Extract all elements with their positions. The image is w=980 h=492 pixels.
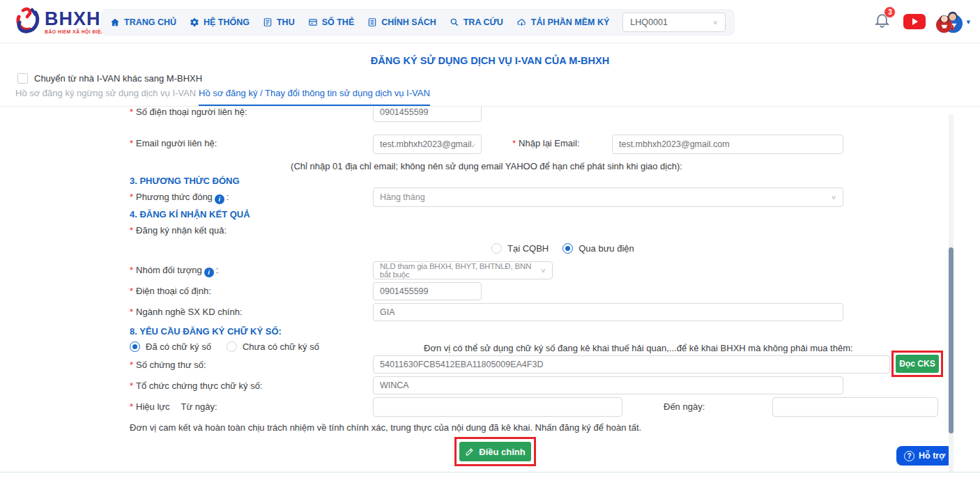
app-root: BHXH BẢO HIỂM XÃ HỘI ĐIỆN TỬ TRANG CHỦ H… xyxy=(0,0,980,492)
tab-ngung-su-dung[interactable]: Hồ sơ đăng ký ngừng sử dụng dịch vụ I-VA… xyxy=(15,88,196,105)
radio-label: Tại CQBH xyxy=(507,243,549,254)
cks-note: Đơn vị có thể sử dụng chữ ký số đang kê … xyxy=(424,343,853,353)
required-marker: * xyxy=(130,107,133,117)
bhxh-logo-icon xyxy=(13,6,42,38)
nav-label: SỐ THẺ xyxy=(322,17,355,27)
nav-item-thu[interactable]: THU xyxy=(263,17,295,27)
logo[interactable]: BHXH BẢO HIỂM XÃ HỘI ĐIỆN TỬ xyxy=(13,6,114,38)
main-nav: TRANG CHỦ HỆ THỐNG THU SỐ THẺ CHÍNH SÁCH… xyxy=(101,9,735,36)
transfer-checkbox-label: Chuyển từ nhà I-VAN khác sang M-BHXH xyxy=(34,73,202,84)
email-contact-label: *Email người liên hệ: xyxy=(130,138,217,148)
edit-icon xyxy=(465,447,474,456)
landline-label: *Điện thoại cố định: xyxy=(130,286,211,296)
play-icon xyxy=(912,18,918,25)
landline-input[interactable] xyxy=(373,282,482,300)
industry-label: *Ngành nghề SX KD chính: xyxy=(130,307,243,317)
validity-to-input[interactable] xyxy=(772,397,938,417)
user-menu[interactable]: ▾ xyxy=(936,8,970,36)
required-marker: * xyxy=(512,138,516,148)
target-group-select[interactable]: NLD tham gia BHXH, BHYT, BHTNLĐ, BNN bắt… xyxy=(373,261,553,279)
card-icon xyxy=(308,17,318,27)
org-code-value: LHQ0001 xyxy=(630,17,668,27)
validity-to-label: Đến ngày: xyxy=(664,401,705,412)
notifications-button[interactable]: 3 xyxy=(873,10,893,33)
policy-icon xyxy=(367,17,377,27)
email-retype-label: *Nhập lại Email: xyxy=(512,138,580,148)
transfer-checkbox-row: Chuyển từ nhà I-VAN khác sang M-BHXH xyxy=(17,73,202,84)
required-marker: * xyxy=(130,138,133,148)
required-marker: * xyxy=(130,360,133,370)
target-group-label: *Nhóm đối tượngi: xyxy=(130,265,218,277)
org-code-select[interactable]: LHQ0001 ∨ xyxy=(622,13,726,32)
header-right: 3 xyxy=(873,0,970,43)
section-4-heading: 4. ĐĂNG KÍ NHẬN KẾT QUẢ xyxy=(130,209,250,220)
required-marker: * xyxy=(130,225,133,236)
required-marker: * xyxy=(130,192,133,202)
radio-tai-cqbh[interactable] xyxy=(491,243,502,254)
transfer-checkbox[interactable] xyxy=(17,73,28,84)
receive-result-options: Tại CQBH Qua bưu điện xyxy=(491,243,634,254)
payment-method-select[interactable]: Hàng tháng ∨ xyxy=(373,187,843,207)
chevron-down-icon: ∨ xyxy=(831,194,836,201)
radio-chua-co-cks[interactable] xyxy=(227,341,237,352)
commitment-note: Đơn vị cam kết và hoàn toàn chịu trách n… xyxy=(130,422,641,433)
validity-from-input[interactable] xyxy=(373,397,622,417)
bell-icon xyxy=(873,21,891,31)
notification-badge: 3 xyxy=(884,6,896,18)
info-icon[interactable]: i xyxy=(204,268,214,277)
nav-label: HỆ THỐNG xyxy=(204,17,250,27)
search-icon xyxy=(450,17,459,27)
bottom-divider xyxy=(0,472,980,472)
email-retype-input[interactable] xyxy=(612,134,843,154)
nav-item-tai-phan-mem-ky[interactable]: TẢI PHẦN MỀM KÝ xyxy=(516,17,610,27)
phone-contact-input[interactable] xyxy=(373,107,482,122)
required-marker: * xyxy=(130,401,133,412)
nav-label: TRA CỨU xyxy=(464,17,503,27)
nav-item-trang-chu[interactable]: TRANG CHỦ xyxy=(110,17,176,27)
nav-item-so-the[interactable]: SỐ THẺ xyxy=(308,17,355,27)
support-button[interactable]: ? Hỗ trợ xyxy=(896,446,953,466)
cloud-download-icon xyxy=(516,17,527,27)
cert-number-label: *Số chứng thư số: xyxy=(130,360,206,370)
adjust-button[interactable]: Điều chỉnh xyxy=(459,442,531,461)
radio-qua-buu-dien[interactable] xyxy=(562,243,573,254)
email-contact-input[interactable] xyxy=(373,134,482,154)
document-icon xyxy=(263,17,273,27)
validity-label: *Hiệu lựcTừ ngày: xyxy=(130,401,217,412)
cert-provider-input[interactable] xyxy=(373,376,843,394)
cert-provider-label: *Tổ chức chứng thực chữ ký số: xyxy=(130,380,263,391)
page-title: ĐĂNG KÝ SỬ DỤNG DỊCH VỤ I-VAN CỦA M-BHXH xyxy=(0,55,980,66)
youtube-button[interactable] xyxy=(903,14,926,29)
payment-method-label: *Phương thức đóngi: xyxy=(130,192,229,204)
nav-item-tra-cuu[interactable]: TRA CỨU xyxy=(450,17,503,27)
tab-bar: Hồ sơ đăng ký ngừng sử dụng dịch vụ I-VA… xyxy=(0,88,980,107)
cks-options: Đã có chữ ký số Chưa có chữ ký số xyxy=(130,341,319,352)
required-marker: * xyxy=(130,380,133,391)
required-marker: * xyxy=(130,286,133,296)
caret-down-icon: ▾ xyxy=(966,17,970,26)
nav-item-he-thong[interactable]: HỆ THỐNG xyxy=(190,17,250,27)
support-button-label: Hỗ trợ xyxy=(919,451,945,461)
avatar xyxy=(936,8,963,36)
read-cks-button[interactable]: Đọc CKS xyxy=(896,355,939,373)
cert-number-input[interactable] xyxy=(373,355,890,374)
section-8-heading: 8. YÊU CẦU ĐĂNG KÝ CHỮ KÝ SỐ: xyxy=(130,326,282,337)
scrollbar-thumb[interactable] xyxy=(949,247,954,433)
phone-contact-label: *Số điện thoại người liên hệ: xyxy=(130,107,247,117)
adjust-button-label: Điều chỉnh xyxy=(479,447,525,457)
info-icon[interactable]: i xyxy=(215,194,224,204)
nav-label: TRANG CHỦ xyxy=(124,17,176,27)
home-icon xyxy=(110,17,120,27)
header: BHXH BẢO HIỂM XÃ HỘI ĐIỆN TỬ TRANG CHỦ H… xyxy=(0,0,980,43)
email-note: (Chỉ nhập 01 địa chỉ email; không nên sử… xyxy=(130,161,843,171)
radio-label: Đã có chữ ký số xyxy=(146,341,211,352)
required-marker: * xyxy=(130,265,133,275)
radio-label: Chưa có chữ ký số xyxy=(243,341,319,352)
form-scroll-area: *Số điện thoại người liên hệ: *Email ngư… xyxy=(0,107,980,472)
industry-input[interactable] xyxy=(373,303,843,321)
radio-da-co-cks[interactable] xyxy=(130,341,140,352)
target-group-value: NLD tham gia BHXH, BHYT, BHTNLĐ, BNN bắt… xyxy=(380,262,540,279)
required-marker: * xyxy=(130,307,133,317)
nav-item-chinh-sach[interactable]: CHÍNH SÁCH xyxy=(367,17,436,27)
tab-dang-ky-thay-doi[interactable]: Hồ sơ đăng ký / Thay đổi thông tin sử dụ… xyxy=(199,88,430,106)
